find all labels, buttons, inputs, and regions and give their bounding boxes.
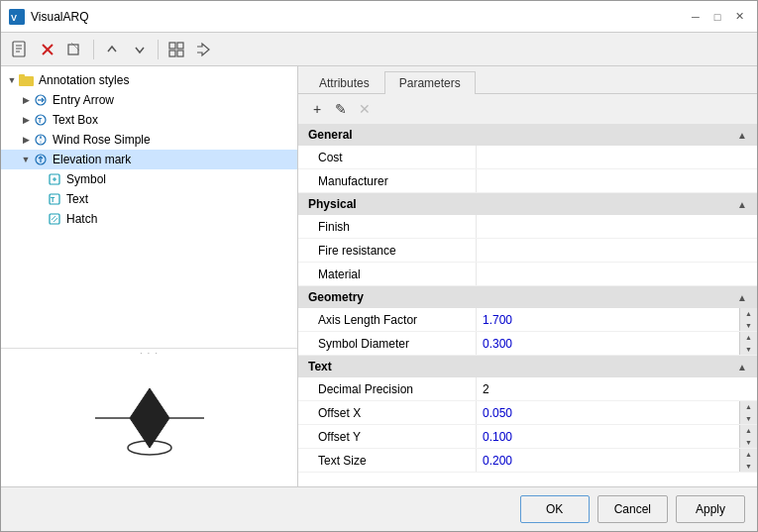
prop-symbol-diameter-input[interactable] [481, 337, 735, 351]
svg-rect-10 [169, 43, 175, 49]
prop-manufacturer-input[interactable] [481, 174, 753, 188]
separator-2 [158, 40, 159, 59]
section-geometry[interactable]: Geometry ▲ [298, 286, 757, 308]
prop-cost-input[interactable] [481, 151, 753, 164]
text-size-up[interactable]: ▲ [740, 449, 757, 461]
close-button[interactable]: ✕ [729, 7, 749, 27]
resize-handle[interactable]: · · · [130, 349, 169, 357]
prop-manufacturer-value[interactable] [477, 169, 757, 192]
geometry-collapse-icon[interactable]: ▲ [737, 292, 747, 303]
prop-offset-x-stepper[interactable]: ▲ ▼ [739, 401, 757, 424]
axis-length-down[interactable]: ▼ [740, 320, 757, 332]
axis-length-up[interactable]: ▲ [740, 308, 757, 320]
maximize-button[interactable]: □ [707, 7, 727, 27]
prop-fire-resistance-value[interactable] [477, 239, 757, 262]
prop-row-text-size: Text Size ▲ ▼ [298, 449, 757, 473]
title-bar-left: V VisualARQ [9, 9, 88, 25]
symbol-diameter-up[interactable]: ▲ [740, 332, 757, 344]
tab-parameters[interactable]: Parameters [384, 71, 476, 94]
tree-item-elevation-mark[interactable]: Elevation mark [1, 150, 297, 169]
section-physical[interactable]: Physical ▲ [298, 193, 757, 215]
prop-finish-input[interactable] [481, 220, 753, 234]
elevation-mark-label: Elevation mark [53, 153, 131, 166]
delete-param-button[interactable]: ✕ [354, 98, 376, 120]
edit-param-button[interactable]: ✎ [330, 98, 352, 120]
prop-axis-length-value[interactable] [477, 308, 739, 331]
prop-cost-value[interactable] [477, 146, 757, 168]
svg-rect-15 [19, 74, 25, 78]
text-size-down[interactable]: ▼ [740, 461, 757, 473]
offset-y-down[interactable]: ▼ [740, 437, 757, 449]
prop-symbol-diameter-label: Symbol Diameter [298, 332, 477, 355]
tree-item-symbol[interactable]: Symbol [1, 169, 297, 189]
grid-view-button[interactable] [163, 37, 189, 62]
general-collapse-icon[interactable]: ▲ [737, 130, 747, 141]
prop-decimal-precision-input[interactable] [481, 382, 753, 396]
move-up-icon [104, 42, 120, 57]
rename-button[interactable] [62, 37, 88, 62]
prop-row-manufacturer: Manufacturer [298, 169, 757, 193]
symbol-diameter-down[interactable]: ▼ [740, 344, 757, 356]
offset-x-up[interactable]: ▲ [740, 401, 757, 413]
tree-area[interactable]: Annotation styles Entry Arrow [1, 66, 297, 348]
tree-root[interactable]: Annotation styles [1, 70, 297, 90]
apply-button[interactable]: Apply [676, 495, 745, 523]
hatch-expand [33, 212, 47, 226]
svg-rect-11 [177, 43, 183, 49]
prop-text-size-stepper[interactable]: ▲ ▼ [739, 449, 757, 472]
tree-item-entry-arrow[interactable]: Entry Arrow [1, 90, 297, 110]
prop-offset-x-value[interactable] [477, 401, 739, 424]
prop-axis-length-stepper[interactable]: ▲ ▼ [739, 308, 757, 331]
section-physical-label: Physical [308, 197, 357, 211]
root-expand-arrow[interactable] [5, 73, 19, 87]
tree-item-text[interactable]: T Text [1, 189, 297, 209]
tree-item-wind-rose[interactable]: Wind Rose Simple [1, 130, 297, 150]
prop-material-label: Material [298, 263, 477, 285]
prop-material-input[interactable] [481, 267, 753, 281]
offset-y-up[interactable]: ▲ [740, 425, 757, 437]
add-param-button[interactable]: + [306, 98, 328, 120]
prop-row-cost: Cost [298, 146, 757, 169]
separator-1 [93, 40, 94, 59]
right-panel: Attributes Parameters + ✎ ✕ General ▲ Co… [298, 66, 757, 486]
move-up-button[interactable] [99, 37, 125, 62]
tree-item-text-box[interactable]: T Text Box [1, 110, 297, 130]
wind-rose-expand[interactable] [19, 133, 33, 147]
flow-button[interactable] [191, 37, 217, 62]
cancel-button[interactable]: Cancel [597, 495, 668, 523]
prop-text-size-input[interactable] [481, 454, 735, 468]
prop-offset-y-value[interactable] [477, 425, 739, 448]
prop-symbol-diameter-value[interactable] [477, 332, 739, 355]
tree-item-hatch[interactable]: Hatch [1, 209, 297, 229]
physical-collapse-icon[interactable]: ▲ [737, 199, 747, 210]
prop-finish-value[interactable] [477, 215, 757, 238]
offset-x-down[interactable]: ▼ [740, 413, 757, 425]
prop-fire-resistance-input[interactable] [481, 244, 753, 258]
section-general[interactable]: General ▲ [298, 124, 757, 146]
ok-button[interactable]: OK [520, 495, 590, 523]
prop-decimal-precision-value[interactable] [477, 377, 757, 400]
prop-offset-y-input[interactable] [481, 430, 735, 444]
text-sub-label: Text [66, 192, 88, 206]
prop-offset-y-stepper[interactable]: ▲ ▼ [739, 425, 757, 448]
prop-text-size-value[interactable] [477, 449, 739, 472]
prop-material-value[interactable] [477, 263, 757, 285]
prop-row-material: Material [298, 263, 757, 286]
prop-symbol-diameter-stepper[interactable]: ▲ ▼ [739, 332, 757, 355]
prop-axis-length-input[interactable] [481, 313, 735, 327]
section-text[interactable]: Text ▲ [298, 356, 757, 377]
text-collapse-icon[interactable]: ▲ [737, 362, 747, 372]
svg-text:T: T [51, 196, 55, 203]
minimize-button[interactable]: ─ [686, 7, 705, 27]
new-button[interactable] [7, 37, 33, 62]
main-window: V VisualARQ ─ □ ✕ [0, 0, 758, 532]
prop-offset-x-input[interactable] [481, 406, 735, 420]
tab-attributes[interactable]: Attributes [304, 71, 384, 94]
section-general-label: General [308, 128, 353, 142]
move-down-button[interactable] [127, 37, 153, 62]
entry-arrow-expand[interactable] [19, 93, 33, 107]
prop-axis-length-label: Axis Length Factor [298, 308, 477, 331]
text-box-expand[interactable] [19, 113, 33, 127]
elevation-mark-expand[interactable] [19, 153, 33, 166]
delete-button[interactable] [35, 37, 60, 62]
